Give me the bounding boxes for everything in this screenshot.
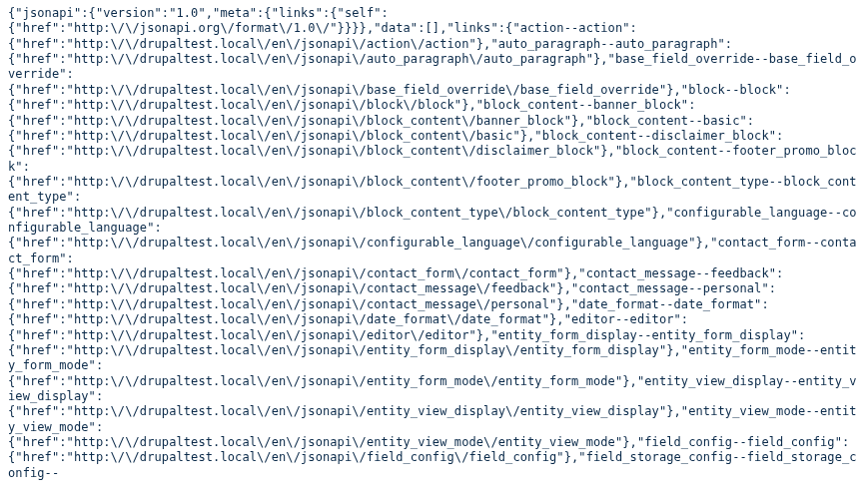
json-response-text: {"jsonapi":{"version":"1.0","meta":{"lin… (8, 6, 860, 481)
